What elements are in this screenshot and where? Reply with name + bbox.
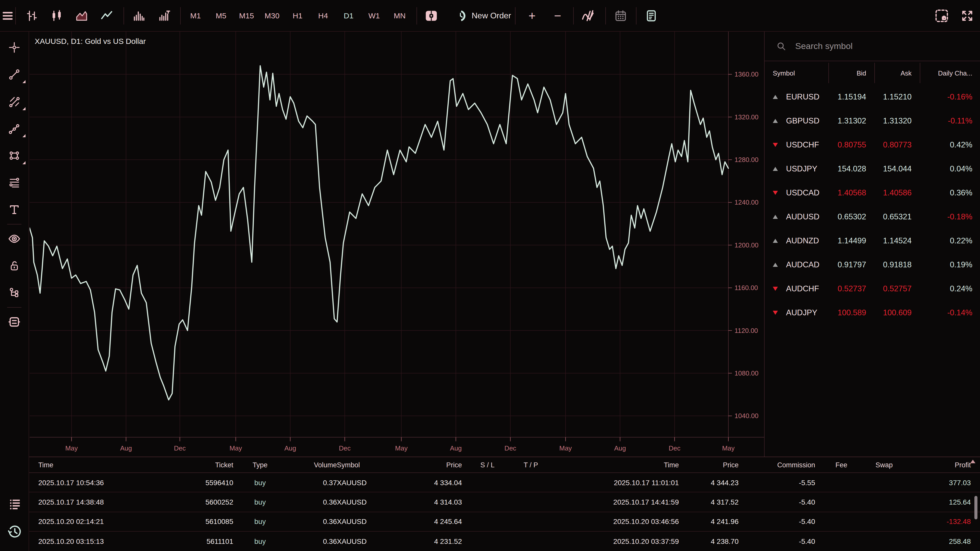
timeframe-button[interactable]: MN [391, 11, 408, 20]
column-price-close[interactable]: Price [679, 461, 738, 468]
fullscreen-button[interactable] [961, 8, 974, 23]
column-type[interactable]: Type [233, 461, 287, 468]
market-watch-row[interactable]: AUDJPY 100.589 100.609 -0.14% [765, 300, 980, 324]
daily-change-value: 0.42% [912, 140, 972, 149]
timeframe-button[interactable]: D1 [340, 11, 357, 20]
market-watch-row[interactable]: USDCHF 0.80755 0.80773 0.42% [765, 133, 980, 157]
new-order-button[interactable] [454, 8, 466, 23]
symbol-search[interactable] [765, 32, 980, 61]
shapes-button[interactable] [5, 146, 24, 165]
volumes-button[interactable] [131, 8, 146, 23]
trend-arrow-icon [773, 167, 778, 171]
market-watch-row[interactable]: USDJPY 154.028 154.044 0.04% [765, 157, 980, 181]
column-sl[interactable]: S / L [462, 461, 513, 468]
market-watch-row[interactable]: GBPUSD 1.31302 1.31320 -0.11% [765, 109, 980, 133]
timeframe-button[interactable]: M5 [212, 11, 230, 20]
timeframe-button[interactable]: W1 [366, 11, 383, 20]
chart-area[interactable]: 1360.001320.001280.001240.001200.001160.… [30, 32, 764, 457]
market-watch-row[interactable]: AUDCHF 0.52737 0.52757 0.24% [765, 276, 980, 300]
ask-value: 0.80773 [866, 140, 912, 149]
close-price: 4 344.23 [679, 478, 738, 486]
profit: 258.48 [893, 537, 971, 545]
bar-chart-button[interactable] [24, 8, 39, 23]
price-chart[interactable]: 1360.001320.001280.001240.001200.001160.… [30, 32, 764, 457]
timeframe-button[interactable]: H1 [289, 11, 306, 20]
column-commission[interactable]: Commission [738, 461, 815, 468]
column-symbol[interactable]: Symbol [337, 461, 406, 468]
new-order-label[interactable]: New Order [472, 11, 511, 20]
line-chart-button[interactable] [99, 8, 115, 23]
zoom-in-button[interactable]: + [526, 8, 538, 23]
zoom-in-icon: + [528, 10, 536, 22]
timeframe-button[interactable]: H4 [314, 11, 332, 20]
market-watch-row[interactable]: EURUSD 1.15194 1.15210 -0.16% [765, 85, 980, 109]
column-time-close[interactable]: Time [549, 461, 679, 468]
crosshair-button[interactable] [5, 38, 24, 57]
timeframe-button[interactable]: M30 [263, 11, 281, 20]
chart-window-button[interactable] [424, 8, 438, 23]
market-watch-row[interactable]: AUDNZD 1.14499 1.14524 0.22% [765, 229, 980, 252]
screenshot-button[interactable] [935, 8, 949, 23]
remove-objects-button[interactable] [5, 313, 24, 331]
indicators-button[interactable] [581, 8, 595, 23]
scrollbar-thumb[interactable] [974, 496, 977, 519]
trendline-button[interactable] [5, 65, 24, 84]
column-fee[interactable]: Fee [815, 461, 847, 468]
column-daily-change[interactable]: Daily Cha... [912, 69, 972, 77]
close-price: 4 241.96 [679, 518, 738, 526]
tick-volumes-button[interactable] [157, 8, 172, 23]
polyline-button[interactable] [5, 119, 24, 138]
search-input[interactable] [794, 41, 947, 52]
commission: -5.40 [738, 537, 815, 545]
column-symbol[interactable]: Symbol [773, 69, 820, 77]
svg-text:May: May [395, 445, 407, 452]
column-swap[interactable]: Swap [847, 461, 893, 468]
visibility-button[interactable] [5, 230, 24, 248]
timeframe-button[interactable]: M15 [238, 11, 255, 20]
timeframe-button[interactable]: M1 [187, 11, 204, 20]
close-time: 2025.10.20 03:37:59 [549, 537, 679, 545]
column-ticket[interactable]: Ticket [186, 461, 233, 468]
column-ask[interactable]: Ask [866, 69, 912, 77]
trade-list-button[interactable] [5, 495, 24, 513]
column-bid[interactable]: Bid [820, 69, 866, 77]
chart-title: XAUUSD, D1: Gold vs US Dollar [35, 37, 146, 45]
zoom-out-button[interactable]: − [552, 8, 564, 23]
daily-change-value: 0.22% [912, 236, 972, 245]
history-tab-button[interactable] [5, 522, 24, 541]
visibility-eye-icon [8, 232, 21, 245]
column-time-open[interactable]: Time [38, 461, 186, 468]
channel-icon [8, 95, 21, 108]
unlock-button[interactable] [5, 257, 24, 275]
ask-value: 0.91818 [866, 260, 912, 269]
volume: 0.36 [287, 537, 337, 545]
scroll-up-arrow[interactable] [970, 460, 975, 463]
journal-button[interactable] [645, 8, 658, 23]
column-price-open[interactable]: Price [406, 461, 462, 468]
objects-tree-button[interactable] [5, 284, 24, 302]
profit: 125.64 [893, 498, 971, 506]
channel-button[interactable] [5, 92, 24, 111]
symbol: XAUUSD [337, 518, 406, 526]
calendar-button[interactable] [614, 8, 628, 23]
column-profit[interactable]: Profit [893, 461, 971, 468]
history-row[interactable]: 2025.10.17 14:38:48 5600252 buy 0.36 XAU… [29, 492, 980, 512]
market-watch-row[interactable]: USDCAD 1.40568 1.40586 0.36% [765, 181, 980, 205]
column-volume[interactable]: Volume [287, 461, 337, 468]
text-button[interactable] [5, 200, 24, 219]
column-tp[interactable]: T / P [513, 461, 549, 468]
market-watch-row[interactable]: AUDCAD 0.91797 0.91818 0.19% [765, 252, 980, 276]
history-row[interactable]: 2025.10.17 10:54:36 5596410 buy 0.37 XAU… [29, 473, 980, 492]
profit: -132.48 [893, 518, 971, 526]
fibonacci-levels-button[interactable] [5, 173, 24, 192]
open-time: 2025.10.17 14:38:48 [38, 498, 186, 506]
market-watch-row[interactable]: AUDUSD 0.65302 0.65321 -0.18% [765, 205, 980, 229]
ask-value: 0.52757 [866, 284, 912, 293]
header-separator [920, 63, 920, 83]
candlestick-chart-button[interactable] [49, 8, 64, 23]
history-row[interactable]: 2025.10.20 03:15:13 5611101 buy 0.36 XAU… [29, 532, 980, 551]
menu-button[interactable] [0, 8, 15, 23]
history-row[interactable]: 2025.10.20 02:14:21 5610085 buy 0.36 XAU… [29, 512, 980, 532]
area-chart-button[interactable] [74, 8, 89, 23]
svg-text:Aug: Aug [284, 445, 296, 452]
